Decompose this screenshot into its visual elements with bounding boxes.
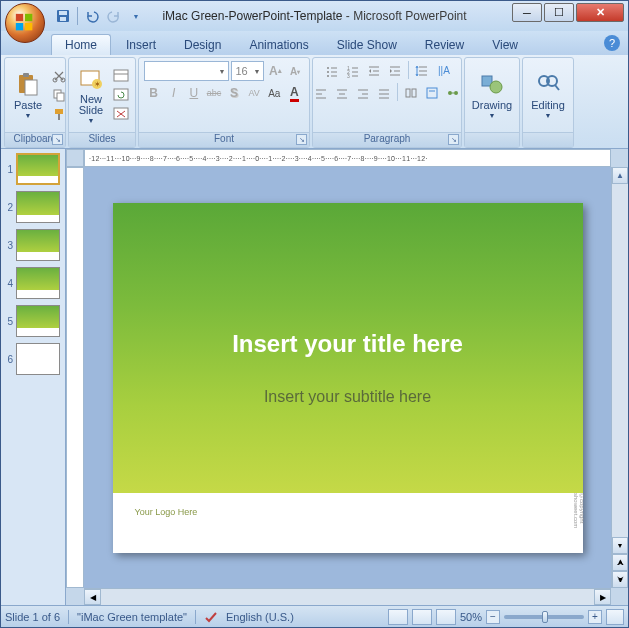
grow-font-button[interactable]: A▴ <box>266 61 284 81</box>
group-drawing-label <box>465 132 519 147</box>
tab-insert[interactable]: Insert <box>113 35 169 55</box>
thumbnail-preview[interactable] <box>16 191 60 223</box>
normal-view-button[interactable] <box>388 609 408 625</box>
tab-slide-show[interactable]: Slide Show <box>324 35 410 55</box>
svg-text:||A: ||A <box>438 65 450 76</box>
slide[interactable]: Insert your title here Insert your subti… <box>113 203 583 553</box>
maximize-button[interactable]: ☐ <box>544 3 574 22</box>
tab-review[interactable]: Review <box>412 35 477 55</box>
align-right-button[interactable] <box>353 83 373 103</box>
italic-button[interactable]: I <box>164 83 183 103</box>
next-slide-button[interactable]: ⮟ <box>612 571 628 588</box>
paragraph-dialog-launcher[interactable]: ↘ <box>448 134 459 145</box>
save-icon[interactable] <box>55 8 71 24</box>
thumbnail-item[interactable]: 2 <box>3 191 63 223</box>
spell-check-icon[interactable] <box>204 610 218 624</box>
format-painter-icon[interactable] <box>50 105 68 123</box>
zoom-level[interactable]: 50% <box>460 611 482 623</box>
zoom-in-button[interactable]: + <box>588 610 602 624</box>
align-left-button[interactable] <box>311 83 331 103</box>
cut-icon[interactable] <box>50 67 68 85</box>
sorter-view-button[interactable] <box>412 609 432 625</box>
thumbnail-preview[interactable] <box>16 229 60 261</box>
align-text-button[interactable] <box>422 83 442 103</box>
layout-icon[interactable] <box>112 67 130 85</box>
paste-button[interactable]: Paste ▼ <box>9 70 47 121</box>
char-spacing-button[interactable]: AV <box>245 83 264 103</box>
slide-subtitle-placeholder[interactable]: Insert your subtitle here <box>264 388 431 406</box>
font-dialog-launcher[interactable]: ↘ <box>296 134 307 145</box>
tab-design[interactable]: Design <box>171 35 234 55</box>
prev-slide-button[interactable]: ⮝ <box>612 554 628 571</box>
editing-button[interactable]: Editing ▼ <box>526 70 570 121</box>
thumbnail-item[interactable]: 4 <box>3 267 63 299</box>
columns-button[interactable] <box>401 83 421 103</box>
thumbnail-number: 3 <box>3 240 13 251</box>
reset-icon[interactable] <box>112 86 130 104</box>
slide-title-placeholder[interactable]: Insert your title here <box>232 330 463 358</box>
editing-label: Editing <box>531 99 565 111</box>
qat-customize-icon[interactable]: ▼ <box>128 8 144 24</box>
numbering-button[interactable]: 123 <box>343 61 363 81</box>
tab-home[interactable]: Home <box>51 34 111 55</box>
scroll-track[interactable] <box>612 184 628 537</box>
horizontal-scrollbar[interactable]: ◀ ▶ <box>84 588 611 605</box>
fit-to-window-button[interactable] <box>606 609 624 625</box>
font-name-combo[interactable]: ▼ <box>144 61 229 81</box>
new-slide-button[interactable]: ✶ New Slide ▼ <box>73 65 109 126</box>
line-spacing-button[interactable] <box>412 61 432 81</box>
vertical-ruler[interactable] <box>66 167 84 588</box>
vertical-scrollbar[interactable]: ▲ ▼ ⮝ ⮟ <box>611 167 628 588</box>
slideshow-view-button[interactable] <box>436 609 456 625</box>
zoom-slider[interactable] <box>504 615 584 619</box>
thumbnail-item[interactable]: 3 <box>3 229 63 261</box>
help-button[interactable]: ? <box>604 35 620 51</box>
close-button[interactable]: ✕ <box>576 3 624 22</box>
smartart-button[interactable] <box>443 83 463 103</box>
shadow-button[interactable]: S <box>225 83 244 103</box>
group-paragraph-label: Paragraph↘ <box>313 132 461 147</box>
increase-indent-button[interactable] <box>385 61 405 81</box>
language-indicator[interactable]: English (U.S.) <box>226 611 294 623</box>
redo-icon[interactable] <box>106 8 122 24</box>
strike-button[interactable]: abc <box>204 83 223 103</box>
undo-icon[interactable] <box>84 8 100 24</box>
bold-button[interactable]: B <box>144 83 163 103</box>
decrease-indent-button[interactable] <box>364 61 384 81</box>
delete-slide-icon[interactable] <box>112 105 130 123</box>
horizontal-ruler[interactable]: ·12···11···10···9····8····7····6····5···… <box>84 149 611 167</box>
scroll-track[interactable] <box>101 589 594 605</box>
scroll-right-button[interactable]: ▶ <box>594 589 611 605</box>
zoom-out-button[interactable]: − <box>486 610 500 624</box>
underline-button[interactable]: U <box>184 83 203 103</box>
clipboard-dialog-launcher[interactable]: ↘ <box>52 134 63 145</box>
thumbnail-item[interactable]: 5 <box>3 305 63 337</box>
font-color-button[interactable]: A <box>285 83 304 103</box>
align-center-button[interactable] <box>332 83 352 103</box>
thumbnail-preview[interactable] <box>16 153 60 185</box>
logo-placeholder[interactable]: Your Logo Here <box>135 507 561 517</box>
thumbnail-item[interactable]: 1 <box>3 153 63 185</box>
scroll-up-button[interactable]: ▲ <box>612 167 628 184</box>
slide-canvas[interactable]: Insert your title here Insert your subti… <box>84 167 611 588</box>
bullets-button[interactable] <box>322 61 342 81</box>
text-direction-button[interactable]: ||A <box>433 61 453 81</box>
scroll-down-button[interactable]: ▼ <box>612 537 628 554</box>
thumbnail-preview[interactable] <box>16 305 60 337</box>
copy-icon[interactable] <box>50 86 68 104</box>
office-button[interactable] <box>5 3 45 43</box>
thumbnail-preview[interactable] <box>16 343 60 375</box>
thumbnail-number: 2 <box>3 202 13 213</box>
justify-button[interactable] <box>374 83 394 103</box>
change-case-button[interactable]: Aa <box>265 83 284 103</box>
tab-animations[interactable]: Animations <box>236 35 321 55</box>
font-size-combo[interactable]: 16▼ <box>231 61 264 81</box>
thumbnail-preview[interactable] <box>16 267 60 299</box>
thumbnail-item[interactable]: 6 <box>3 343 63 375</box>
minimize-button[interactable]: ─ <box>512 3 542 22</box>
drawing-button[interactable]: Drawing ▼ <box>467 70 517 121</box>
tab-view[interactable]: View <box>479 35 531 55</box>
scroll-left-button[interactable]: ◀ <box>84 589 101 605</box>
zoom-slider-thumb[interactable] <box>542 611 548 623</box>
shrink-font-button[interactable]: A▾ <box>286 61 304 81</box>
